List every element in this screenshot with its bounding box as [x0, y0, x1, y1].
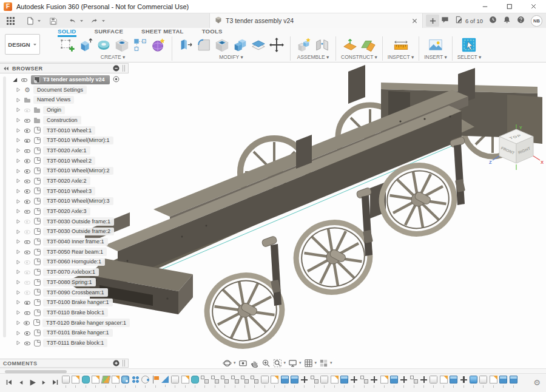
- move-copy-button[interactable]: [268, 36, 285, 53]
- sketch-feature-icon[interactable]: [181, 376, 189, 384]
- extrude-feature-icon[interactable]: [281, 376, 289, 384]
- expand-triangle-icon[interactable]: [16, 320, 21, 325]
- browser-item-label[interactable]: Named Views: [33, 96, 74, 104]
- visibility-eye-icon[interactable]: [24, 147, 31, 154]
- group-label-insert[interactable]: INSERT ▾: [424, 54, 447, 60]
- browser-item[interactable]: T3T-0010 Wheel:1: [7, 125, 129, 135]
- browser-item-label[interactable]: T3T-0110 Brake block:1: [43, 308, 108, 317]
- activate-component-radio-icon[interactable]: [113, 74, 120, 85]
- timeline-item-component[interactable]: [221, 376, 229, 388]
- browser-root-item[interactable]: T3 tender assembly v24: [7, 75, 129, 85]
- insert-image-button[interactable]: [427, 36, 444, 53]
- timeline-item-cube[interactable]: [430, 376, 437, 388]
- joint-button[interactable]: [314, 36, 331, 53]
- browser-item[interactable]: Construction: [7, 115, 129, 126]
- expand-triangle-icon[interactable]: [16, 178, 21, 183]
- document-tab[interactable]: T3 tender assembly v24: [209, 13, 423, 28]
- timeline-item-component[interactable]: [211, 376, 219, 388]
- browser-item[interactable]: Origin: [7, 105, 129, 115]
- go-to-start-button[interactable]: [5, 378, 13, 387]
- move-feature-icon[interactable]: [460, 376, 468, 384]
- play-button[interactable]: [28, 378, 36, 387]
- browser-item-label[interactable]: T3T-0080 Spring:1: [43, 278, 96, 286]
- timeline-item-extrude[interactable]: [340, 376, 348, 388]
- component-feature-icon[interactable]: [231, 376, 239, 384]
- save-icon[interactable]: [46, 15, 59, 27]
- extrude-feature-icon[interactable]: [510, 376, 517, 384]
- timeline-item-move[interactable]: [300, 376, 308, 388]
- browser-item-label[interactable]: T3T-0100 Brake hanger:1: [43, 299, 113, 307]
- tab-surface[interactable]: SURFACE: [95, 28, 124, 37]
- extrude-feature-icon[interactable]: [499, 376, 507, 384]
- visibility-eye-icon[interactable]: [24, 289, 31, 296]
- sketch-feature-icon[interactable]: [72, 376, 79, 384]
- group-label-select[interactable]: SELECT ▾: [457, 54, 482, 60]
- expand-triangle-icon[interactable]: [16, 340, 21, 345]
- group-label-create[interactable]: CREATE ▾: [101, 54, 125, 60]
- panel-grip[interactable]: [123, 65, 125, 72]
- new-tab-button[interactable]: [426, 15, 439, 27]
- expand-triangle-icon[interactable]: [16, 280, 21, 285]
- timeline-item-revolve[interactable]: [82, 376, 90, 388]
- create-sketch-button[interactable]: [59, 36, 76, 53]
- cube-feature-icon[interactable]: [62, 376, 70, 384]
- timeline-item-move[interactable]: [370, 376, 378, 388]
- browser-item[interactable]: T3T-0020 Axle:3: [7, 206, 129, 217]
- timeline-item-sketch[interactable]: [112, 376, 120, 388]
- timeline-item-extrude[interactable]: [291, 376, 298, 388]
- offset-face-button[interactable]: [250, 36, 267, 53]
- timeline-item-mirror[interactable]: [161, 376, 169, 388]
- expand-triangle-icon[interactable]: [16, 331, 21, 336]
- file-menu-caret-icon[interactable]: [36, 19, 41, 23]
- redo-caret-icon[interactable]: [101, 19, 106, 23]
- maximize-button[interactable]: [505, 2, 513, 11]
- timeline-item-flag[interactable]: [152, 376, 160, 388]
- expand-triangle-icon[interactable]: [16, 118, 21, 123]
- sketch-feature-icon[interactable]: [490, 376, 497, 384]
- expand-triangle-icon[interactable]: [16, 98, 21, 103]
- timeline-scrollbar-thumb[interactable]: [5, 370, 67, 373]
- expand-triangle-icon[interactable]: [16, 229, 21, 234]
- timeline-item-sketch[interactable]: [181, 376, 189, 388]
- timeline-item-component[interactable]: [360, 376, 368, 388]
- fillet-button[interactable]: [195, 36, 212, 53]
- visibility-eye-icon[interactable]: [24, 339, 31, 346]
- visibility-eye-icon[interactable]: [24, 157, 31, 164]
- expand-triangle-icon[interactable]: [16, 249, 21, 254]
- editable-documents-icon[interactable]: [455, 15, 463, 26]
- cube-feature-icon[interactable]: [479, 376, 487, 384]
- add-comment-icon[interactable]: [113, 358, 120, 369]
- timeline-item-sketch[interactable]: [331, 376, 339, 388]
- browser-item-label[interactable]: T3T-0010 Wheel:1: [43, 126, 95, 135]
- component-feature-icon[interactable]: [241, 376, 249, 384]
- visibility-eye-icon[interactable]: [24, 167, 31, 175]
- comments-bubble-icon[interactable]: [441, 15, 449, 26]
- undo-caret-icon[interactable]: [79, 19, 84, 23]
- timeline-item-circular[interactable]: [141, 376, 149, 388]
- circular-feature-icon[interactable]: [141, 376, 149, 384]
- shell-button[interactable]: [214, 36, 231, 53]
- visibility-eye-icon[interactable]: [24, 329, 31, 337]
- timeline-item-component[interactable]: [201, 376, 209, 388]
- timeline-item-cube[interactable]: [62, 376, 70, 388]
- comments-panel-header[interactable]: COMMENTS: [0, 359, 129, 368]
- expand-triangle-icon[interactable]: [16, 219, 21, 224]
- browser-item[interactable]: T3T-0020 Axle:2: [7, 176, 129, 186]
- collapse-panel-icon[interactable]: [3, 63, 9, 74]
- visibility-eye-icon[interactable]: [24, 188, 31, 195]
- browser-item-label[interactable]: T3T-0010 Wheel(Mirror):2: [43, 167, 113, 175]
- step-forward-button[interactable]: [39, 378, 48, 387]
- timeline-item-sketch[interactable]: [271, 376, 278, 388]
- timeline-item-component[interactable]: [410, 376, 418, 388]
- browser-item-label[interactable]: T3T-0020 Axle:1: [43, 146, 90, 155]
- user-avatar[interactable]: NB: [531, 15, 542, 27]
- sketch-feature-icon[interactable]: [331, 376, 339, 384]
- visibility-eye-icon[interactable]: [24, 259, 31, 266]
- group-label-construct[interactable]: CONSTRUCT ▾: [341, 54, 377, 60]
- component-feature-icon[interactable]: [211, 376, 219, 384]
- expand-triangle-icon[interactable]: [16, 169, 21, 174]
- visibility-eye-icon[interactable]: [24, 198, 31, 205]
- move-feature-icon[interactable]: [370, 376, 378, 384]
- expand-triangle-icon[interactable]: [16, 269, 21, 274]
- visibility-eye-icon[interactable]: [24, 117, 31, 124]
